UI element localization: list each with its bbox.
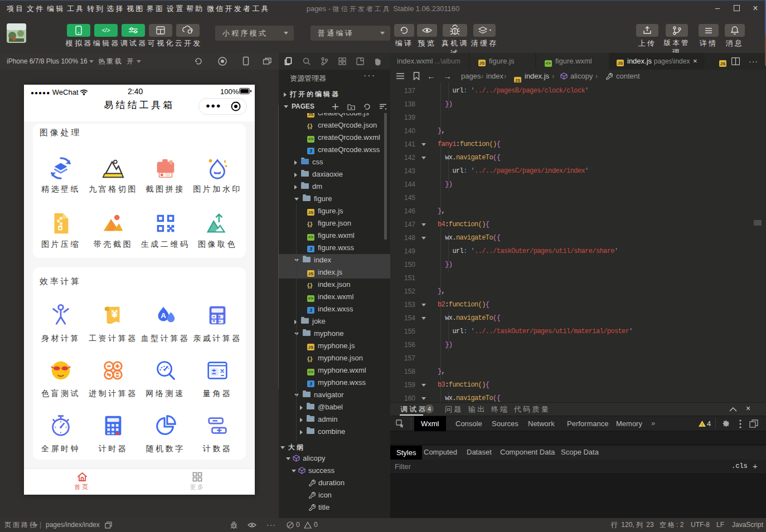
- svg-text:</>: </>: [102, 27, 110, 33]
- svg-text:A: A: [161, 311, 166, 320]
- svg-text:!: !: [701, 422, 702, 427]
